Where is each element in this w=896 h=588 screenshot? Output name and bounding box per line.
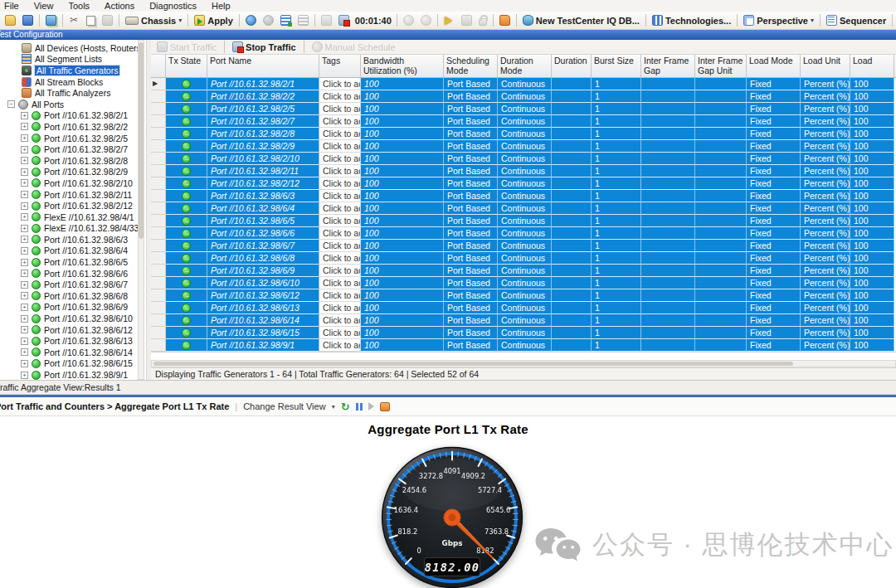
table-row[interactable]: →Port //10.61.32.98/2/5Click to ad...100… xyxy=(151,103,896,115)
grid-cell[interactable]: 1 xyxy=(592,78,641,90)
change-result-view-button[interactable]: Change Result View xyxy=(243,401,325,411)
menu-file[interactable]: File xyxy=(0,0,27,12)
grid-cell[interactable]: Percent (%) xyxy=(801,165,850,177)
grid-cell[interactable]: Port //10.61.32.98/6/10 xyxy=(207,277,319,289)
column-header-burst-size[interactable]: Burst Size xyxy=(592,55,641,77)
grid-cell[interactable]: Fixed xyxy=(747,265,801,277)
grid-cell[interactable] xyxy=(552,190,592,202)
grid-cell[interactable]: Fixed xyxy=(747,90,801,103)
grid-cell[interactable] xyxy=(641,265,695,277)
grid-cell[interactable] xyxy=(641,289,695,302)
grid-cell[interactable]: Click to ad... xyxy=(319,128,361,140)
grid-cell[interactable]: Port //10.61.32.98/2/9 xyxy=(207,140,319,153)
grid-cell[interactable]: Port //10.61.32.98/9/1 xyxy=(207,339,319,352)
grid-cell[interactable]: 1 xyxy=(592,277,641,289)
table-row[interactable]: →Port //10.61.32.98/2/11Click to ad...10… xyxy=(151,165,896,177)
grid-cell[interactable]: Continuous xyxy=(498,289,552,302)
sidebar-item-port[interactable]: +Port //10.61.32.98/2/9 xyxy=(0,167,138,178)
grid-cell[interactable]: → xyxy=(166,327,207,339)
grid-cell[interactable]: Click to ad... xyxy=(319,140,361,153)
table-row[interactable]: →Port //10.61.32.98/6/12Click to ad...10… xyxy=(151,289,896,302)
grid-cell[interactable]: Percent (%) xyxy=(801,289,850,302)
grid-cell[interactable]: 100 xyxy=(361,78,444,90)
grid-cell[interactable]: 1 xyxy=(592,265,641,277)
grid-cell[interactable]: Port //10.61.32.98/6/4 xyxy=(207,202,319,215)
grid-cell[interactable] xyxy=(695,177,747,190)
table-row[interactable]: →Port //10.61.32.98/2/8Click to ad...100… xyxy=(151,128,896,140)
grid-cell[interactable]: Click to ad... xyxy=(319,289,361,302)
grid-cell[interactable] xyxy=(552,252,592,265)
grid-cell[interactable]: 100 xyxy=(850,165,894,177)
grid-cell[interactable]: → xyxy=(166,78,207,90)
table-row[interactable]: ▶→Port //10.61.32.98/2/1Click to ad...10… xyxy=(151,78,896,90)
row-selector[interactable]: ▶ xyxy=(151,78,166,90)
grid-cell[interactable]: Port //10.61.32.98/6/3 xyxy=(207,190,319,202)
row-selector[interactable] xyxy=(151,190,166,202)
grid-cell[interactable]: Click to ad... xyxy=(319,339,361,352)
sidebar-item-port[interactable]: +Port //10.61.32.98/2/5 xyxy=(0,133,138,144)
grid-cell[interactable] xyxy=(552,128,592,140)
grid-cell[interactable]: Percent (%) xyxy=(801,128,850,140)
grid-cell[interactable] xyxy=(552,302,592,314)
grid-cell[interactable] xyxy=(552,314,592,327)
grid-cell[interactable]: 1 xyxy=(592,314,641,327)
table-row[interactable]: →Port //10.61.32.98/6/14Click to ad...10… xyxy=(151,314,896,327)
row-selector[interactable] xyxy=(151,227,166,240)
tree-expander-icon[interactable]: + xyxy=(21,360,28,367)
grid-cell[interactable]: Click to ad... xyxy=(319,78,361,90)
grid-cell[interactable]: Continuous xyxy=(498,190,552,202)
grid-cell[interactable]: Port //10.61.32.98/2/8 xyxy=(207,128,319,140)
grid-cell[interactable] xyxy=(641,140,695,153)
grid-cell[interactable]: Fixed xyxy=(747,202,801,215)
sidebar-item-port[interactable]: +Port //10.61.32.98/6/7 xyxy=(0,279,138,290)
grid-cell[interactable]: Fixed xyxy=(747,153,801,165)
grid-cell[interactable]: Percent (%) xyxy=(801,265,850,277)
grid-cell[interactable] xyxy=(695,252,747,265)
tree-expander-icon[interactable]: + xyxy=(21,202,28,210)
grid-cell[interactable] xyxy=(641,227,695,240)
tree-expander-icon[interactable]: + xyxy=(21,292,28,299)
tree-expander-icon[interactable]: + xyxy=(21,157,28,164)
grid-cell[interactable] xyxy=(695,202,747,215)
menu-help[interactable]: Help xyxy=(204,0,238,12)
grid-cell[interactable]: 100 xyxy=(361,140,444,153)
row-selector[interactable] xyxy=(151,140,166,153)
grid-cell[interactable]: 100 xyxy=(850,327,894,339)
grid-cell[interactable]: 1 xyxy=(592,215,641,227)
table-row[interactable]: →Port //10.61.32.98/2/2Click to ad...100… xyxy=(151,90,896,103)
grid-cell[interactable]: → xyxy=(166,314,207,327)
grid-cell[interactable] xyxy=(641,177,695,190)
new-testcenter-iq-db-button[interactable]: New TestCenter IQ DB... xyxy=(520,13,642,28)
grid-cell[interactable]: Port //10.61.32.98/6/5 xyxy=(207,215,319,227)
tree-expander-icon[interactable]: + xyxy=(21,123,28,130)
results-browser-button[interactable] xyxy=(497,13,513,28)
sidebar-item-port[interactable]: +Port //10.61.32.98/2/8 xyxy=(0,155,138,167)
sidebar-item-port[interactable]: +Port //10.61.32.98/6/5 xyxy=(0,256,138,268)
grid-cell[interactable]: Fixed xyxy=(747,190,801,202)
row-selector[interactable] xyxy=(151,153,166,165)
grid-cell[interactable] xyxy=(552,277,592,289)
grid-cell[interactable]: Continuous xyxy=(498,115,552,128)
grid-cell[interactable] xyxy=(641,165,695,177)
grid-cell[interactable] xyxy=(641,190,695,202)
grid-cell[interactable]: 100 xyxy=(850,240,894,252)
grid-cell[interactable] xyxy=(552,215,592,227)
grid-cell[interactable]: Continuous xyxy=(498,240,552,252)
menu-diagnostics[interactable]: Diagnostics xyxy=(142,0,204,12)
sidebar-item-all-traffic-analyzers[interactable]: All Traffic Analyzers xyxy=(0,87,138,99)
grid-cell[interactable]: 100 xyxy=(850,215,894,227)
tree-expander-icon[interactable]: + xyxy=(21,315,28,323)
column-header-duration-mode[interactable]: Duration Mode xyxy=(498,55,552,77)
tree-expander-icon[interactable]: + xyxy=(21,146,28,153)
grid-cell[interactable]: 100 xyxy=(361,90,444,103)
grid-cell[interactable]: Port //10.61.32.98/6/13 xyxy=(207,302,319,314)
grid-cell[interactable]: → xyxy=(166,265,207,277)
grid-cell[interactable]: 100 xyxy=(361,240,444,252)
grid-cell[interactable]: Percent (%) xyxy=(801,90,850,103)
tree-expander-icon[interactable]: + xyxy=(21,304,28,311)
grid-cell[interactable]: Continuous xyxy=(498,153,552,165)
column-header-duration[interactable]: Duration xyxy=(552,55,592,77)
sidebar-item-port[interactable]: +Port //10.61.32.98/2/12 xyxy=(0,200,138,211)
row-selector[interactable] xyxy=(151,128,166,140)
grid-cell[interactable]: Click to ad... xyxy=(319,265,361,277)
